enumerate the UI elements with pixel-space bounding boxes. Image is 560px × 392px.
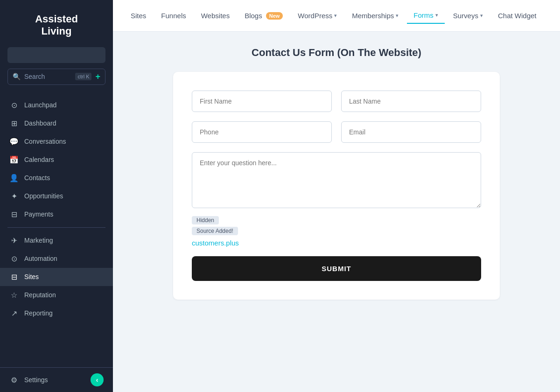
tab-sites[interactable]: Sites (124, 8, 153, 23)
sidebar-item-automation[interactable]: ⊙ Automation (0, 250, 113, 268)
reputation-icon: ☆ (9, 291, 19, 300)
sidebar-item-payments[interactable]: ⊟ Payments (0, 205, 113, 224)
sidebar-item-opportunities[interactable]: ✦ Opportunities (0, 187, 113, 205)
payments-icon: ⊟ (9, 210, 19, 219)
tab-wordpress[interactable]: WordPress ▾ (291, 8, 343, 23)
contact-row (192, 121, 481, 143)
nav-divider (7, 227, 105, 228)
main-nav: ⊙ Launchpad ⊞ Dashboard 💬 Conversations … (0, 92, 113, 367)
chevron-down-icon: ▾ (435, 12, 438, 18)
sidebar-item-label: Payments (24, 210, 53, 218)
marketing-icon: ✈ (9, 236, 19, 245)
question-textarea[interactable] (192, 152, 481, 208)
search-shortcut: ctrl K (75, 73, 91, 80)
sidebar-item-label: Launchpad (24, 101, 56, 109)
add-icon[interactable]: + (95, 72, 100, 82)
chevron-down-icon: ▾ (334, 13, 337, 19)
last-name-input[interactable] (341, 91, 481, 112)
search-bar[interactable]: 🔍 Search ctrl K + (7, 69, 105, 85)
hidden-badge: Hidden (192, 216, 219, 224)
expand-collapse-button[interactable]: ‹ (91, 373, 104, 386)
search-icon: 🔍 (13, 73, 21, 80)
account-bar[interactable] (7, 47, 105, 63)
settings-icon: ⚙ (9, 376, 19, 385)
reporting-icon: ↗ (9, 309, 19, 318)
calendars-icon: 📅 (9, 155, 19, 164)
contacts-icon: 👤 (9, 174, 19, 182)
name-row (192, 91, 481, 112)
source-badge: Source Added! (192, 227, 238, 235)
source-url: customers.plus (192, 239, 481, 247)
sidebar-item-contacts[interactable]: 👤 Contacts (0, 169, 113, 187)
new-badge: New (266, 12, 283, 20)
launchpad-icon: ⊙ (9, 101, 19, 110)
phone-input[interactable] (192, 121, 332, 143)
sidebar-footer: ⚙ Settings ‹ (0, 367, 113, 392)
tab-forms[interactable]: Forms ▾ (407, 7, 445, 24)
sidebar-item-label: Settings (24, 376, 48, 384)
email-input[interactable] (341, 121, 481, 143)
sidebar-item-label: Calendars (24, 156, 54, 163)
search-label: Search (24, 73, 71, 80)
form-card: Hidden Source Added! customers.plus SUBM… (173, 72, 500, 300)
chevron-down-icon: ▾ (396, 13, 399, 19)
sidebar: Assisted Living 🔍 Search ctrl K + ⊙ Laun… (0, 0, 113, 392)
sidebar-item-label: Conversations (24, 138, 66, 145)
first-name-field (192, 91, 332, 112)
sidebar-item-reputation[interactable]: ☆ Reputation (0, 286, 113, 304)
top-nav: Sites Funnels Websites Blogs New WordPre… (113, 0, 560, 32)
sidebar-item-sites[interactable]: ⊟ Sites (0, 268, 113, 286)
tab-websites[interactable]: Websites (195, 8, 236, 23)
submit-button[interactable]: SUBMIT (192, 256, 481, 281)
sidebar-item-conversations[interactable]: 💬 Conversations (0, 133, 113, 151)
sidebar-item-label: Contacts (24, 174, 50, 182)
tab-blogs[interactable]: Blogs New (238, 8, 289, 23)
sidebar-item-label: Reputation (24, 291, 56, 299)
phone-field (192, 121, 332, 143)
opportunities-icon: ✦ (9, 192, 19, 201)
automation-icon: ⊙ (9, 254, 19, 263)
page-content: Contact Us Form (On The Website) (113, 32, 560, 392)
chevron-down-icon: ▾ (480, 13, 483, 19)
sidebar-item-label: Dashboard (24, 119, 56, 127)
sidebar-item-launchpad[interactable]: ⊙ Launchpad (0, 96, 113, 114)
sidebar-item-dashboard[interactable]: ⊞ Dashboard (0, 114, 113, 133)
sidebar-item-settings[interactable]: ⚙ Settings (9, 376, 48, 385)
email-field (341, 121, 481, 143)
conversations-icon: 💬 (9, 137, 19, 146)
page-title: Contact Us Form (On The Website) (132, 47, 541, 59)
sidebar-item-label: Sites (24, 273, 39, 280)
last-name-field (341, 91, 481, 112)
sites-icon: ⊟ (9, 273, 19, 281)
sidebar-item-marketing[interactable]: ✈ Marketing (0, 231, 113, 250)
sidebar-item-label: Reporting (24, 309, 53, 317)
sidebar-item-label: Automation (24, 255, 57, 262)
first-name-input[interactable] (192, 91, 332, 112)
app-logo: Assisted Living (7, 9, 105, 42)
main-content: Sites Funnels Websites Blogs New WordPre… (113, 0, 560, 392)
sidebar-item-label: Marketing (24, 237, 53, 244)
sidebar-item-reporting[interactable]: ↗ Reporting (0, 304, 113, 322)
tab-surveys[interactable]: Surveys ▾ (447, 8, 490, 23)
sidebar-item-label: Opportunities (24, 192, 63, 200)
tab-chat-widget[interactable]: Chat Widget (491, 8, 543, 23)
sidebar-item-calendars[interactable]: 📅 Calendars (0, 151, 113, 169)
tab-funnels[interactable]: Funnels (154, 8, 192, 23)
dashboard-icon: ⊞ (9, 119, 19, 128)
hidden-section: Hidden Source Added! customers.plus (192, 216, 481, 247)
tab-memberships[interactable]: Memberships ▾ (345, 8, 405, 23)
